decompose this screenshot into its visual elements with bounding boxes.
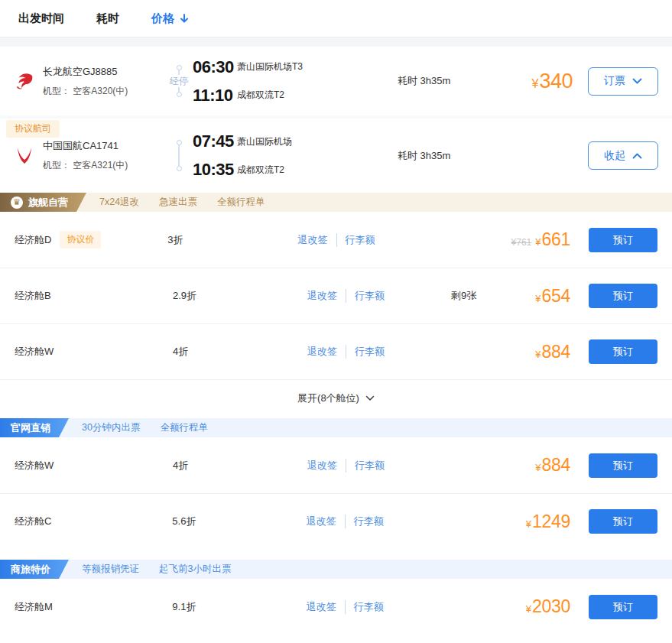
refund-policy-link[interactable]: 退改签 — [307, 459, 337, 473]
currency-symbol: ¥ — [535, 462, 541, 473]
expand-cabins-button[interactable]: 展开(8个舱位) — [0, 379, 672, 416]
flagship-badge: ♛ 旗舰自营 — [0, 193, 86, 212]
chevron-up-icon — [632, 153, 642, 159]
route-timeline-stop: 经停 — [168, 65, 190, 97]
departure-airport: 萧山国际机场T3 — [237, 60, 303, 73]
airline-info: 中国国航CA1741 机型： 空客A321(中) — [43, 139, 168, 172]
baggage-allowance-link[interactable]: 行李额 — [346, 289, 385, 303]
timeline-line — [178, 70, 180, 75]
reserve-button[interactable]: 预订 — [589, 228, 657, 252]
feature-item: 起飞前3小时出票 — [159, 563, 231, 576]
reserve-button[interactable]: 预订 — [589, 453, 657, 478]
discount-rate: 2.9折 — [173, 289, 307, 303]
arrival-time: 10:35 — [193, 160, 237, 180]
original-price: ¥761 — [511, 237, 532, 248]
airline-logo-airchina-icon — [14, 145, 35, 167]
section-header-flagship: ♛ 旗舰自营 7x24退改 急速出票 全额行程单 — [0, 193, 672, 212]
cabin-name: 经济舱W — [15, 345, 54, 359]
reserve-button[interactable]: 预订 — [589, 595, 657, 619]
baggage-allowance-link[interactable]: 行李额 — [345, 600, 384, 614]
discount-rate: 3折 — [167, 233, 297, 247]
departure-airport: 萧山国际机场 — [237, 135, 292, 148]
currency-symbol: ¥ — [526, 603, 531, 615]
feature-item: 全额行程单 — [217, 196, 265, 209]
reserve-button[interactable]: 预订 — [589, 509, 657, 534]
fare-row-economy-d: 经济舱D 协议价 3折 退改签 行李额 ¥761 ¥ 661 预订 — [0, 212, 672, 268]
arrival-dot-icon — [177, 166, 182, 171]
section-features: 等额报销凭证 起飞前3小时出票 — [82, 563, 231, 576]
section-header-official: 官网直销 30分钟内出票 全额行程单 — [0, 418, 672, 437]
page-gap-divider — [0, 37, 672, 47]
flight-row-gj8885: 长龙航空GJ8885 机型： 空客A320(中) 经停 06:30 萧山国际机场… — [0, 47, 672, 115]
section-features: 30分钟内出票 全额行程单 — [82, 421, 208, 434]
chevron-down-icon — [632, 78, 642, 84]
currency-symbol: ¥ — [535, 236, 541, 248]
feature-item: 7x24退改 — [99, 196, 139, 209]
stock-info: 剩9张 — [442, 289, 528, 303]
times-block: 06:30 萧山国际机场T3 11:10 成都双流T2 — [193, 57, 393, 106]
fare-row-economy-b: 经济舱B 2.9折 退改签 行李额 剩9张 ¥ 654 预订 — [0, 268, 672, 323]
timeline-line — [178, 145, 180, 166]
cabin-name: 经济舱W — [15, 459, 54, 473]
departure-dot-icon — [177, 140, 182, 145]
currency-symbol: ¥ — [532, 77, 539, 91]
refund-policy-link[interactable]: 退改签 — [298, 233, 328, 247]
reserve-button[interactable]: 预订 — [589, 284, 657, 308]
fare-row-economy-c: 经济舱C 5.6折 退改签 行李额 ¥ 1249 预订 — [0, 493, 672, 549]
sort-departure-time[interactable]: 出发时间 — [18, 11, 64, 26]
price-value: 661 — [542, 229, 570, 250]
arrival-airport: 成都双流T2 — [237, 89, 284, 102]
airline-logo-changlong-icon — [14, 70, 35, 92]
discount-rate: 9.1折 — [172, 600, 306, 614]
official-badge: 官网直销 — [0, 418, 69, 437]
sort-price[interactable]: 价格 — [151, 11, 189, 26]
route-timeline-direct — [168, 140, 190, 171]
section-features: 7x24退改 急速出票 全额行程单 — [99, 196, 265, 209]
currency-symbol: ¥ — [535, 349, 541, 360]
collapse-button[interactable]: 收起 — [588, 141, 658, 170]
price-value: 654 — [542, 286, 570, 307]
crown-icon: ♛ — [11, 196, 23, 209]
feature-item: 急速出票 — [159, 196, 197, 209]
stopover-label: 经停 — [170, 76, 188, 86]
sort-duration[interactable]: 耗时 — [96, 11, 119, 26]
price-value: 884 — [542, 455, 570, 476]
sort-price-label: 价格 — [151, 11, 174, 26]
airline-name: 长龙航空GJ8885 — [43, 65, 168, 79]
business-special-badge-label: 商旅特价 — [11, 563, 50, 576]
price-value: 340 — [539, 70, 573, 93]
cabin-name: 经济舱B — [15, 289, 51, 303]
flight-duration: 耗时 3h35m — [398, 149, 512, 163]
book-ticket-button[interactable]: 订票 — [588, 67, 658, 96]
aircraft-type: 机型： 空客A321(中) — [43, 159, 168, 172]
departure-time: 07:45 — [193, 132, 237, 151]
fare-price: ¥ 2030 — [526, 596, 570, 617]
reserve-button[interactable]: 预订 — [589, 339, 657, 364]
flight-row-ca1741: 协议航司 中国国航CA1741 机型： 空客A321(中) 07:45 萧山国际… — [0, 119, 672, 193]
section-header-business-special: 商旅特价 等额报销凭证 起飞前3小时出票 — [0, 560, 672, 579]
cabin-name: 经济舱M — [15, 600, 53, 614]
agreement-price-tag: 协议价 — [60, 231, 101, 248]
baggage-allowance-link[interactable]: 行李额 — [345, 515, 384, 528]
sort-bar: 出发时间 耗时 价格 — [0, 0, 672, 37]
cabin-name: 经济舱C — [15, 515, 51, 528]
collapse-label: 收起 — [604, 149, 625, 163]
refund-policy-link[interactable]: 退改签 — [307, 345, 337, 359]
fare-row-economy-m: 经济舱M 9.1折 退改签 行李额 ¥ 2030 预订 — [0, 579, 672, 635]
chevron-down-icon — [365, 395, 375, 401]
refund-policy-link[interactable]: 退改签 — [307, 515, 336, 528]
baggage-allowance-link[interactable]: 行李额 — [336, 233, 375, 247]
arrival-airport: 成都双流T2 — [237, 164, 284, 177]
baggage-allowance-link[interactable]: 行李额 — [346, 459, 385, 473]
price-value: 884 — [542, 342, 570, 362]
refund-policy-link[interactable]: 退改签 — [307, 600, 336, 614]
baggage-allowance-link[interactable]: 行李额 — [346, 345, 385, 359]
currency-symbol: ¥ — [526, 518, 531, 530]
flagship-badge-label: 旗舰自营 — [28, 196, 68, 209]
refund-policy-link[interactable]: 退改签 — [307, 289, 337, 303]
currency-symbol: ¥ — [535, 293, 541, 304]
arrival-dot-icon — [177, 92, 182, 97]
feature-item: 30分钟内出票 — [82, 421, 140, 434]
arrow-down-icon — [180, 13, 189, 24]
price-value: 2030 — [532, 596, 570, 617]
